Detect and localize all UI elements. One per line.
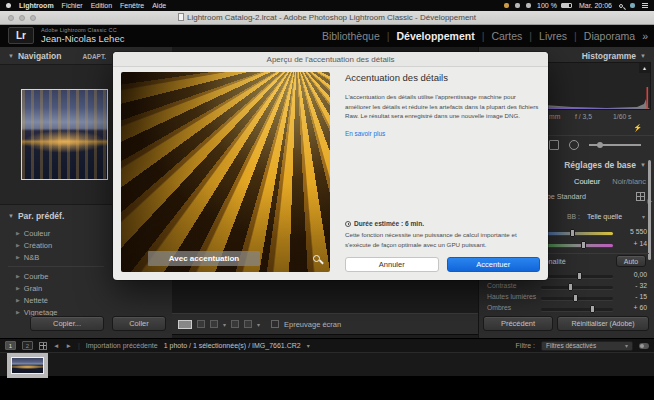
filmstrip-thumbnail[interactable] (11, 357, 44, 374)
slider-thumb[interactable] (577, 272, 582, 280)
slider-value[interactable]: 0,00 (607, 271, 647, 278)
macos-menubar: Lightroom Fichier Edition Fenêtre Aide 1… (0, 0, 654, 11)
slider-row-ombres: Ombres + 60 (479, 304, 654, 315)
filmstrip (0, 352, 654, 377)
cancel-button[interactable]: Annuler (345, 257, 439, 272)
enhance-preview-image[interactable]: Avec accentuation (121, 72, 330, 272)
basic-panel-header[interactable]: Réglages de base ▼ (564, 160, 646, 170)
enhance-button[interactable]: Accentuer (447, 257, 541, 272)
copy-settings-button[interactable]: Copier... (30, 316, 104, 331)
forward-arrow-icon[interactable]: ► (65, 342, 71, 349)
module-cartes[interactable]: Cartes (491, 30, 522, 42)
temperature-slider[interactable] (541, 232, 613, 235)
slider-thumb[interactable] (581, 241, 586, 249)
preview-state-label[interactable]: Avec accentuation (148, 251, 260, 266)
filmstrip-selected-cell[interactable] (7, 353, 48, 378)
tint-slider[interactable] (541, 244, 613, 247)
status-icon[interactable] (515, 3, 520, 8)
apple-icon[interactable] (6, 3, 11, 8)
slider-thumb[interactable] (590, 305, 595, 313)
treatment-color[interactable]: Couleur (574, 177, 600, 186)
selection-info[interactable]: 1 photo / 1 sélectionnée(s) / IMG_7661.C… (164, 342, 301, 349)
split-view-icon[interactable] (231, 320, 239, 328)
split-view-icon[interactable] (244, 320, 252, 328)
chevron-down-icon[interactable]: ▾ (223, 321, 226, 328)
auto-tone-button[interactable]: Auto (616, 255, 646, 267)
battery-icon (561, 3, 572, 8)
filter-dropdown[interactable]: Filtres désactivés▾ (541, 341, 633, 351)
status-icon[interactable] (504, 3, 509, 8)
menu-aide[interactable]: Aide (152, 2, 166, 9)
paste-settings-button[interactable]: Coller (112, 316, 166, 331)
modules-more-icon[interactable]: » (642, 30, 648, 42)
slider-thumb[interactable] (568, 283, 573, 291)
presets-header[interactable]: ▼ Par. prédéf. (8, 211, 64, 221)
exposure-slider[interactable] (541, 275, 613, 278)
preset-group-courbe[interactable]: ▶Courbe (0, 270, 112, 282)
back-arrow-icon[interactable]: ◄ (53, 342, 59, 349)
heal-tool-icon[interactable] (569, 140, 579, 150)
previous-button[interactable]: Précédent (483, 316, 553, 331)
menu-edition[interactable]: Edition (91, 2, 112, 9)
module-diaporama[interactable]: Diaporama (584, 30, 635, 42)
menu-lightroom[interactable]: Lightroom (19, 2, 54, 9)
module-livres[interactable]: Livres (539, 30, 567, 42)
before-after-right-icon[interactable] (210, 320, 218, 328)
window-title: Lightroom Catalog-2.lrcat - Adobe Photos… (0, 13, 654, 22)
soft-proof-checkbox[interactable] (271, 320, 279, 328)
navigator-preview-image[interactable] (21, 89, 108, 180)
module-bibliotheque[interactable]: Bibliothèque (322, 30, 380, 42)
chevron-down-icon: ▾ (625, 342, 628, 349)
navigation-title: Navigation (18, 51, 61, 61)
learn-more-link[interactable]: En savoir plus (345, 130, 540, 137)
wb-value[interactable]: Telle quelle (587, 213, 622, 220)
grid-view-icon[interactable] (39, 342, 47, 350)
highlights-slider[interactable] (541, 297, 613, 300)
slider-value[interactable]: + 14 (607, 240, 647, 247)
slider-value[interactable]: + 60 (607, 304, 647, 311)
wifi-icon[interactable] (526, 3, 531, 8)
dialog-content: Accentuation des détails L'accentuation … (345, 72, 540, 272)
chevron-down-icon[interactable]: ▾ (307, 342, 310, 349)
nav-zoom-fit[interactable]: ADAPT. (83, 53, 106, 60)
loupe-view-icon[interactable] (178, 320, 192, 329)
main-screen-button[interactable]: 1 (5, 341, 16, 350)
shadows-slider[interactable] (541, 308, 613, 311)
enhance-details-dialog: Aperçu de l'accentuation des détails Ave… (113, 52, 548, 280)
highlight-clipping-icon[interactable]: ▲ (639, 63, 650, 73)
slider-value[interactable]: - 32 (607, 282, 647, 289)
reset-button[interactable]: Réinitialiser (Adobe) (557, 316, 649, 331)
siri-icon[interactable] (630, 3, 635, 8)
wb-label: BB : (567, 213, 580, 220)
histogram-header[interactable]: Histogramme ▼ (582, 51, 646, 61)
second-screen-button[interactable]: 2 (22, 341, 33, 350)
preset-group-couleur[interactable]: ▶Couleur (0, 227, 112, 239)
presets-title: Par. prédéf. (18, 211, 64, 221)
slider-value[interactable]: 5 550 (607, 228, 647, 235)
before-after-left-icon[interactable] (197, 320, 205, 328)
spacer (345, 137, 540, 221)
profile-browser-icon[interactable] (636, 192, 645, 201)
preset-group-nettete[interactable]: ▶Netteté (0, 294, 112, 306)
slider-thumb[interactable] (573, 294, 578, 302)
menu-fenetre[interactable]: Fenêtre (120, 2, 144, 9)
masking-tool-icon[interactable] (589, 144, 641, 146)
treatment-bw[interactable]: Noir/blanc (612, 177, 646, 186)
contrast-slider[interactable] (541, 286, 613, 289)
navigation-header[interactable]: ▼ Navigation (8, 51, 61, 61)
slider-thumb[interactable] (570, 229, 575, 237)
chevron-down-icon[interactable]: ▾ (257, 321, 260, 328)
preset-group-creation[interactable]: ▶Création (0, 239, 112, 251)
chevron-down-icon[interactable]: ▾ (642, 213, 645, 220)
preset-group-grain[interactable]: ▶Grain (0, 282, 112, 294)
magnifier-icon (313, 255, 320, 262)
filter-toggle[interactable] (639, 343, 649, 349)
slider-value[interactable]: - 15 (607, 293, 647, 300)
module-developpement[interactable]: Développement (396, 30, 474, 42)
menu-fichier[interactable]: Fichier (62, 2, 83, 9)
spotlight-icon[interactable] (619, 4, 623, 8)
preset-group-nb[interactable]: ▶N&B (0, 251, 112, 263)
source-label[interactable]: Importation précédente (86, 342, 158, 349)
crop-tool-icon[interactable] (549, 140, 559, 150)
control-center-icon[interactable] (642, 3, 648, 8)
